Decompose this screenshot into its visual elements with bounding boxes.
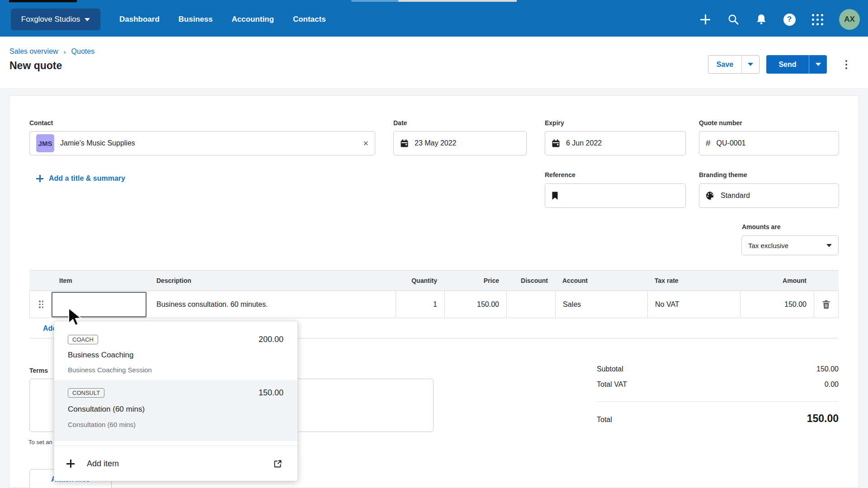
item-name: Business Coaching (68, 351, 134, 360)
apps-button[interactable] (811, 13, 824, 26)
nav-dashboard[interactable]: Dashboard (119, 15, 160, 24)
external-link-icon (274, 460, 282, 468)
item-name: Consultation (60 mins) (68, 405, 145, 414)
grid-icon (812, 14, 823, 25)
total-value: 150.00 (807, 413, 839, 425)
item-cell (52, 291, 149, 318)
nav-business[interactable]: Business (179, 15, 213, 24)
account-cell[interactable]: Sales (555, 291, 647, 318)
save-button[interactable]: Save (708, 56, 741, 73)
tax-rate-cell[interactable]: No VAT (647, 291, 740, 318)
add-item-button[interactable]: Add item (54, 446, 297, 481)
reference-label: Reference (545, 171, 576, 178)
help-button[interactable]: ? (783, 13, 796, 26)
totals-divider (597, 401, 839, 402)
contact-field[interactable]: JMS Jamie's Music Supplies × (29, 131, 375, 155)
description-cell[interactable]: Business consultation. 60 minutes. (149, 291, 396, 318)
more-options-button[interactable] (842, 58, 851, 71)
total-label: Total (597, 416, 612, 424)
notifications-button[interactable] (755, 13, 768, 26)
breadcrumb-sales-overview[interactable]: Sales overview (9, 47, 58, 56)
palette-icon (706, 191, 715, 200)
item-option-consult[interactable]: CONSULT 150.00 Consultation (60 mins) Co… (54, 380, 297, 441)
add-title-summary-link[interactable]: Add a title & summary (36, 174, 125, 183)
clear-contact-icon[interactable]: × (363, 138, 368, 149)
discount-cell[interactable] (506, 291, 555, 318)
quote-number-field[interactable]: # QU-0001 (699, 131, 839, 155)
user-avatar[interactable]: AX (839, 9, 860, 30)
main-nav: Dashboard Business Accounting Contacts (119, 2, 326, 37)
breadcrumb-quotes[interactable]: Quotes (71, 47, 95, 56)
date-field[interactable]: 23 May 2022 (393, 131, 527, 155)
plus-icon (66, 460, 75, 468)
item-dropdown: COACH 200.00 Business Coaching Business … (54, 321, 298, 481)
org-name: Foxglove Studios (21, 15, 80, 24)
item-option-coach[interactable]: COACH 200.00 Business Coaching Business … (54, 321, 297, 380)
chevron-down-icon (85, 18, 90, 21)
branding-theme-label: Branding theme (699, 171, 747, 178)
chevron-down-icon (748, 63, 753, 66)
send-dropdown-button[interactable] (809, 55, 827, 74)
nav-contacts[interactable]: Contacts (293, 15, 326, 24)
contact-value: Jamie's Music Supplies (60, 139, 135, 147)
item-code-badge: CONSULT (68, 388, 104, 398)
subtotal-label: Subtotal (597, 365, 623, 373)
chevron-down-icon (826, 244, 832, 247)
item-input[interactable] (52, 292, 146, 317)
search-button[interactable] (727, 13, 740, 26)
totals-summary: Subtotal 150.00 Total VAT 0.00 Total 150… (597, 365, 839, 425)
calendar-icon (400, 139, 409, 148)
item-price: 150.00 (259, 388, 283, 398)
row-drag-handle[interactable] (30, 291, 52, 318)
price-cell[interactable]: 150.00 (444, 291, 506, 318)
delete-column-header (814, 271, 839, 291)
help-icon: ? (783, 14, 796, 26)
quote-number-value: QU-0001 (717, 139, 746, 147)
org-switcher-button[interactable]: Foxglove Studios (11, 9, 100, 30)
expiry-field[interactable]: 6 Jun 2022 (545, 131, 686, 155)
amount-cell[interactable]: 150.00 (740, 291, 814, 318)
drag-dots-icon (39, 300, 43, 308)
trash-icon (822, 300, 830, 309)
save-dropdown-button[interactable] (741, 56, 759, 73)
date-value: 23 May 2022 (415, 139, 457, 147)
send-button[interactable]: Send (766, 55, 809, 74)
quantity-cell[interactable]: 1 (396, 291, 444, 318)
top-navigation-bar: Foxglove Studios Dashboard Business Acco… (0, 2, 868, 37)
breadcrumb-separator: › (64, 48, 66, 56)
item-price: 200.00 (259, 335, 283, 344)
amounts-are-select[interactable]: Tax exclusive (741, 235, 839, 255)
branding-theme-field[interactable]: Standard (699, 183, 839, 208)
delete-row-button[interactable] (814, 291, 838, 318)
date-label: Date (393, 119, 407, 127)
plus-icon (36, 175, 43, 182)
col-amount: Amount (740, 271, 814, 291)
bookmark-icon (552, 192, 558, 200)
expiry-value: 6 Jun 2022 (566, 139, 602, 147)
reference-field[interactable] (545, 183, 686, 208)
save-split-button: Save (708, 55, 760, 74)
page-title: New quote (9, 60, 62, 72)
col-tax-rate: Tax rate (647, 271, 740, 291)
subtotal-value: 150.00 (816, 365, 839, 373)
send-split-button: Send (766, 55, 827, 74)
top-strip-lightblue (351, 0, 398, 2)
drag-column-header (29, 271, 52, 291)
xero-new-quote-screen: Foxglove Studios Dashboard Business Acco… (0, 0, 868, 488)
add-title-summary-label: Add a title & summary (49, 174, 125, 183)
item-description: Business Coaching Session (68, 366, 152, 374)
item-description: Consultation (60 mins) (68, 421, 136, 428)
create-new-button[interactable] (699, 13, 712, 26)
hash-icon: # (706, 138, 711, 148)
breadcrumb: Sales overview › Quotes (9, 47, 94, 56)
col-discount: Discount (506, 271, 555, 291)
line-item-row: Business consultation. 60 minutes. 1 150… (29, 291, 839, 318)
plus-icon (700, 14, 710, 24)
nav-accounting[interactable]: Accounting (231, 15, 274, 24)
amounts-are-label: Amounts are (742, 223, 781, 230)
bell-icon (755, 14, 767, 25)
add-item-label: Add item (87, 459, 119, 469)
amounts-are-value: Tax exclusive (748, 242, 788, 249)
col-price: Price (444, 271, 506, 291)
contact-avatar: JMS (36, 134, 54, 152)
